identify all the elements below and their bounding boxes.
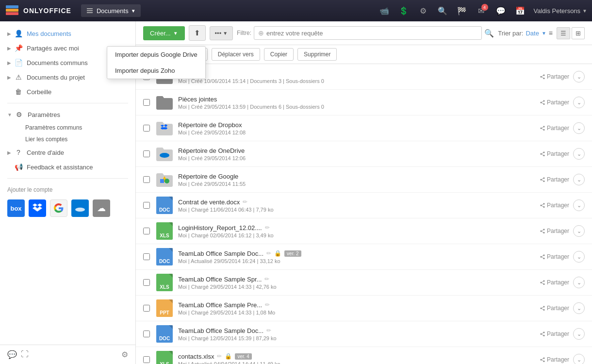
list-view-button[interactable]: ☰ xyxy=(557,27,570,39)
upload-button[interactable]: ⬆ xyxy=(189,25,206,41)
row-menu-button[interactable]: ⌄ xyxy=(573,97,585,108)
mail-icon[interactable]: ✉ 4 xyxy=(473,2,490,19)
table-row[interactable]: DOC TeamLab Office Sample Doc... ✏ 🔒 ver… xyxy=(136,244,592,270)
row-menu-button[interactable]: ⌄ xyxy=(573,225,585,237)
share-button[interactable]: Partager xyxy=(540,253,569,260)
sort-dropdown-arrow[interactable]: ▼ xyxy=(542,31,546,36)
edit-icon[interactable]: ✏ xyxy=(243,199,247,205)
edit-icon[interactable]: ✏ xyxy=(265,224,270,231)
row-menu-button[interactable]: ⌄ xyxy=(573,71,585,83)
sidebar-item-parametres[interactable]: ▼ ⚙ Paramètres xyxy=(0,107,135,122)
sidebar-item-parametres-communs[interactable]: Paramètres communs xyxy=(20,122,135,133)
app-logo[interactable]: ONLYOFFICE xyxy=(5,3,71,18)
share-button[interactable]: Partager xyxy=(540,305,569,312)
video-icon[interactable]: 📹 xyxy=(376,2,393,19)
table-row[interactable]: PPT TeamLab Office Sample Pre... ✏ Moi |… xyxy=(136,296,592,321)
row-checkbox[interactable] xyxy=(143,356,150,363)
share-button[interactable]: Partager xyxy=(540,202,569,209)
row-menu-button[interactable]: ⌄ xyxy=(573,251,585,263)
box-account-icon[interactable]: box xyxy=(7,199,25,217)
table-row[interactable]: Répertoire de Dropbox Moi | Créé 29/05/2… xyxy=(136,116,592,141)
row-checkbox[interactable] xyxy=(143,228,150,234)
dollar-icon[interactable]: 💲 xyxy=(395,2,412,19)
edit-icon[interactable]: ✏ xyxy=(266,327,271,334)
sort-field[interactable]: Date xyxy=(526,30,539,37)
user-name[interactable]: Valdis Petersons xyxy=(534,7,581,15)
edit-icon[interactable]: ✏ xyxy=(266,250,271,257)
grid-view-button[interactable]: ⊞ xyxy=(572,27,585,39)
share-button[interactable]: Partager xyxy=(540,150,569,157)
xls-file-icon: XLS xyxy=(156,351,173,364)
row-checkbox[interactable] xyxy=(143,331,150,337)
other-account-icon[interactable]: ☁ xyxy=(93,199,110,217)
import-zoho-item[interactable]: Importer depuis Zoho xyxy=(107,63,205,79)
edit-icon[interactable]: ✏ xyxy=(264,276,269,282)
row-menu-button[interactable]: ⌄ xyxy=(573,122,585,134)
row-checkbox[interactable] xyxy=(143,176,150,183)
table-row[interactable]: XLS contacts.xlsx ✏ 🔒 ver. 4 Moi | Actua… xyxy=(136,347,592,364)
search-icon[interactable]: 🔍 xyxy=(434,2,451,19)
calendar-icon[interactable]: 📅 xyxy=(511,2,529,19)
edit-icon[interactable]: ✏ xyxy=(217,353,222,360)
share-button[interactable]: Partager xyxy=(540,279,569,286)
share-button[interactable]: Partager xyxy=(540,356,569,363)
user-dropdown-arrow[interactable]: ▼ xyxy=(582,8,587,14)
sort-order-icon[interactable]: ≡ xyxy=(549,29,553,37)
google-account-icon[interactable] xyxy=(50,199,67,217)
create-button[interactable]: Créer... ▼ xyxy=(143,26,185,40)
sidebar-item-corbeille[interactable]: ▶ 🗑 Corbeille xyxy=(0,84,135,99)
search-button[interactable]: 🔍 xyxy=(484,29,494,38)
row-checkbox[interactable] xyxy=(143,150,150,157)
share-button[interactable]: Partager xyxy=(540,331,569,337)
row-checkbox[interactable] xyxy=(143,202,150,209)
table-row[interactable]: XLS LoginHistory_Report_12.02.... ✏ Moi … xyxy=(136,218,592,244)
filter-input-wrap[interactable]: ⊕ xyxy=(254,26,482,40)
row-checkbox[interactable] xyxy=(143,99,150,106)
row-checkbox[interactable] xyxy=(143,305,150,312)
chat-bottom-icon[interactable]: 💬 xyxy=(7,350,17,359)
sidebar-item-feedback[interactable]: ▶ 📢 Feedback et assistance xyxy=(0,160,135,174)
gear-icon[interactable]: ⚙ xyxy=(414,2,432,19)
table-row[interactable]: Pièces jointes Moi | Créé 29/05/2014 13:… xyxy=(136,90,592,116)
row-menu-button[interactable]: ⌄ xyxy=(573,302,585,314)
share-button[interactable]: Partager xyxy=(540,99,569,106)
share-button[interactable]: Partager xyxy=(540,125,569,132)
sidebar-item-mes-documents[interactable]: ▶ 👤 Mes documents xyxy=(0,26,135,41)
warning-icon: ⚠ xyxy=(14,73,23,81)
row-checkbox[interactable] xyxy=(143,253,150,260)
flag-icon[interactable]: 🏁 xyxy=(453,2,471,19)
sidebar-item-lier-comptes[interactable]: Lier les comptes xyxy=(20,133,135,145)
supprimer-button[interactable]: Supprimer xyxy=(297,48,337,61)
deplacer-button[interactable]: Déplacer vers xyxy=(212,48,260,61)
table-row[interactable]: Répertoire de OneDrive Moi | Créé 29/05/… xyxy=(136,141,592,167)
filter-input[interactable] xyxy=(266,30,477,37)
xls-file-icon: XLS xyxy=(156,274,173,291)
row-menu-button[interactable]: ⌄ xyxy=(573,148,585,160)
table-row[interactable]: XLS TeamLab Office Sample Spr... ✏ Moi |… xyxy=(136,270,592,296)
table-row[interactable]: Répertoire de Google Moi | Créé 29/05/20… xyxy=(136,167,592,193)
table-row[interactable]: DOC TeamLab Office Sample Doc... ✏ Moi |… xyxy=(136,321,592,347)
row-menu-button[interactable]: ⌄ xyxy=(573,174,585,185)
row-checkbox[interactable] xyxy=(143,125,150,132)
edit-icon[interactable]: ✏ xyxy=(265,301,270,308)
row-menu-button[interactable]: ⌄ xyxy=(573,328,585,340)
copier-button[interactable]: Copier xyxy=(264,48,294,61)
documents-nav[interactable]: Documents ▼ xyxy=(81,4,141,17)
chat-icon[interactable]: 💬 xyxy=(492,2,510,19)
more-button[interactable]: ••• ▼ xyxy=(210,26,233,40)
table-row[interactable]: DOC Contrat de vente.docx ✏ Moi | Chargé… xyxy=(136,193,592,218)
dropbox-account-icon[interactable] xyxy=(29,199,46,217)
share-button[interactable]: Partager xyxy=(540,228,569,234)
share-button[interactable]: Partager xyxy=(540,73,569,80)
row-menu-button[interactable]: ⌄ xyxy=(573,354,585,364)
svg-point-10 xyxy=(164,179,169,183)
share-button[interactable]: Partager xyxy=(540,176,569,183)
onedrive-account-icon[interactable] xyxy=(71,199,89,217)
row-menu-button[interactable]: ⌄ xyxy=(573,277,585,288)
settings-bottom-icon[interactable]: ⚙ xyxy=(121,350,128,359)
row-checkbox[interactable] xyxy=(143,279,150,286)
expand-icon[interactable]: ⛶ xyxy=(21,350,29,359)
import-google-drive-item[interactable]: Importer depuis Google Drive xyxy=(107,47,205,63)
sidebar-item-centre-aide[interactable]: ▶ ? Centre d'aide xyxy=(0,145,135,160)
row-menu-button[interactable]: ⌄ xyxy=(573,199,585,211)
